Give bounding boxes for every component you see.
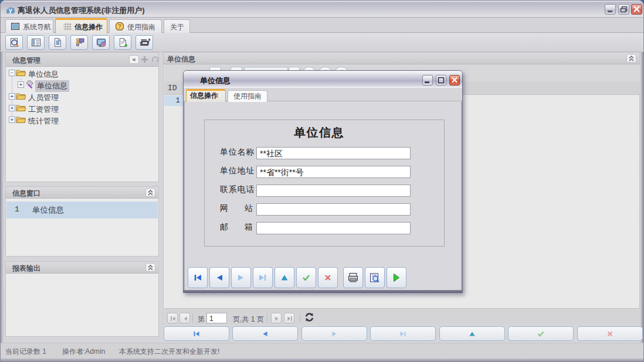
svg-text:?: ? (118, 23, 121, 30)
svg-text:y: y (9, 7, 12, 13)
